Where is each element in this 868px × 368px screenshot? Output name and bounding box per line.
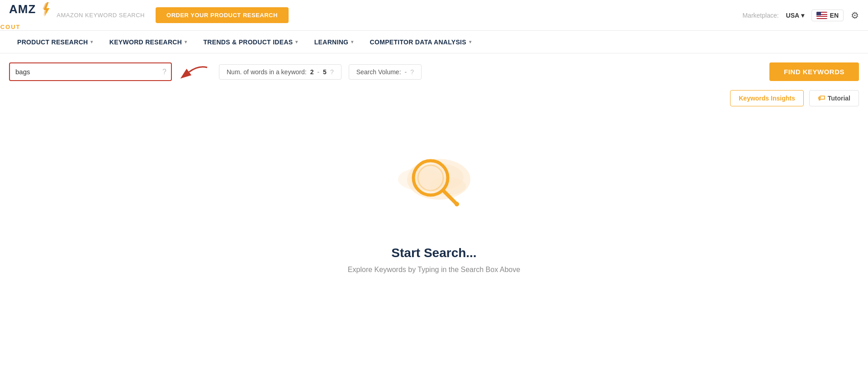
search-volume-help-icon[interactable]: ?: [410, 68, 414, 76]
amazon-keyword-label: AMAZON KEYWORD SEARCH: [57, 12, 145, 19]
language-label: EN: [830, 12, 839, 19]
nav-competitor-data-analysis[interactable]: COMPETITOR DATA ANALYSIS ▾: [362, 31, 480, 53]
us-flag-icon: [816, 12, 827, 19]
logo-icon: [38, 0, 55, 18]
empty-state-subtitle: Explore Keywords by Typing in the Search…: [348, 266, 520, 274]
secondary-actions: Keywords Insights 🏷 Tutorial: [0, 90, 868, 114]
empty-state: Start Search... Explore Keywords by Typi…: [0, 114, 868, 292]
red-arrow-annotation: [175, 63, 212, 81]
order-product-research-button[interactable]: ORDER YOUR PRODUCT RESEARCH: [156, 7, 289, 23]
marketplace-selector[interactable]: USA ▾: [786, 12, 804, 19]
chevron-down-icon: ▾: [90, 39, 93, 44]
num-words-max[interactable]: 5: [323, 68, 327, 76]
nav-keyword-research[interactable]: KEYWORD RESEARCH ▾: [101, 31, 195, 53]
svg-line-8: [444, 191, 457, 204]
settings-gear-icon[interactable]: ⚙: [851, 10, 859, 21]
num-words-help-icon[interactable]: ?: [330, 68, 334, 76]
keyword-search-input[interactable]: [10, 63, 171, 80]
keywords-insights-button[interactable]: Keywords Insights: [730, 90, 803, 106]
marketplace-label: Marketplace:: [742, 12, 778, 19]
empty-state-title: Start Search...: [391, 246, 476, 260]
nav-product-research[interactable]: PRODUCT RESEARCH ▾: [9, 31, 101, 53]
chevron-down-icon: ▾: [295, 39, 298, 44]
tutorial-button[interactable]: 🏷 Tutorial: [809, 90, 859, 106]
language-selector[interactable]: EN: [811, 10, 844, 21]
top-nav: AMZ SCOUT AMAZON KEYWORD SEARCH ORDER YO…: [0, 0, 868, 31]
num-words-min[interactable]: 2: [310, 68, 314, 76]
chevron-down-icon: ▾: [469, 39, 471, 44]
search-section: ? Num. of words in a keyword: 2 - 5 ? Se…: [0, 53, 868, 90]
logo-scout: SCOUT: [0, 24, 21, 30]
nav-learning[interactable]: LEARNING ▾: [306, 31, 362, 53]
top-nav-right: Marketplace: USA ▾ EN ⚙: [742, 10, 859, 21]
chevron-down-icon: ▾: [351, 39, 353, 44]
search-volume-dash: -: [405, 68, 407, 76]
num-words-dash: -: [317, 68, 319, 76]
logo[interactable]: AMZ SCOUT: [9, 0, 57, 30]
search-volume-label: Search Volume:: [356, 68, 401, 76]
tutorial-label: Tutorial: [828, 95, 850, 102]
tutorial-icon: 🏷: [818, 94, 825, 102]
find-keywords-button[interactable]: FIND KEYWORDS: [769, 62, 859, 81]
search-volume-filter: Search Volume: - ?: [349, 64, 422, 80]
svg-point-9: [455, 202, 459, 206]
main-nav: PRODUCT RESEARCH ▾ KEYWORD RESEARCH ▾ TR…: [0, 31, 868, 53]
nav-trends-product-ideas[interactable]: TRENDS & PRODUCT IDEAS ▾: [195, 31, 306, 53]
num-words-label: Num. of words in a keyword:: [227, 68, 307, 76]
logo-amz: AMZ: [9, 3, 36, 15]
num-words-filter: Num. of words in a keyword: 2 - 5 ?: [219, 64, 342, 80]
keyword-search-wrapper: ?: [9, 62, 172, 81]
red-arrow-icon: [175, 63, 212, 81]
magnifier-svg: [398, 145, 470, 218]
search-illustration: [389, 141, 479, 231]
chevron-down-icon: ▾: [185, 39, 187, 44]
search-help-icon[interactable]: ?: [162, 68, 166, 76]
